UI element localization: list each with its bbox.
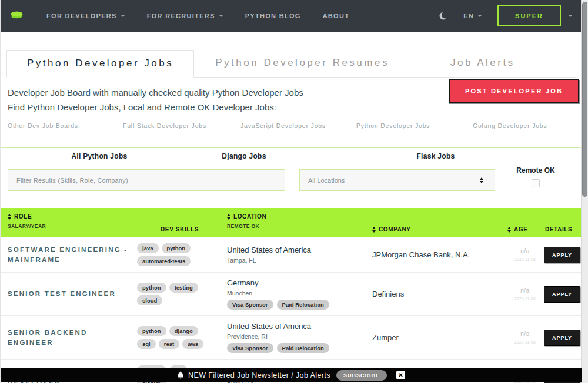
moon-icon[interactable] [439, 11, 448, 21]
nav-for-developers[interactable]: FOR DEVELOPERS [46, 12, 125, 19]
subtab-flask-jobs[interactable]: Flask Jobs [416, 152, 455, 160]
link-fullstack-jobs[interactable]: Full Stack Developer Jobs [123, 122, 240, 129]
user-account-button[interactable]: SUPER [497, 5, 561, 26]
job-role-link[interactable]: SENIOR BACKEND ENGINEER [8, 328, 137, 348]
skill-badge[interactable]: sql [137, 339, 156, 349]
job-location: United States of America Providence, RI … [222, 322, 366, 353]
close-icon[interactable]: ✕ [396, 371, 405, 379]
page: FOR DEVELOPERS FOR RECRUITERS PYTHON BLO… [0, 0, 588, 383]
nav-python-blog[interactable]: PYTHON BLOG [245, 12, 301, 19]
column-age[interactable]: AGE [507, 226, 543, 233]
perk-badge[interactable]: Paid Relocation [277, 300, 329, 310]
apply-button[interactable]: APPLY [544, 247, 580, 263]
skill-badge[interactable]: python [162, 243, 191, 253]
job-perks: Visa SponsorPaid Relocation [227, 343, 366, 353]
table-header: ROLE SALARY/YEAR DEV SKILLS LOCATION REM… [1, 208, 581, 237]
job-country: United States of America [227, 322, 366, 331]
table-row: SENIOR TEST ENGINEER pythontestingcloud … [1, 273, 581, 316]
main-tabs: Python Developer Jobs Python Developer R… [6, 50, 576, 78]
bell-icon [177, 371, 184, 379]
nav-for-recruiters[interactable]: FOR RECRUITERS [147, 12, 223, 19]
job-age-cell: n/a 2020-11-08 [507, 287, 543, 301]
nav-about[interactable]: ABOUT [323, 12, 350, 19]
perk-badge[interactable]: Visa Sponsor [227, 343, 273, 353]
skill-badge[interactable]: python [137, 283, 166, 293]
caret-down-icon [219, 15, 223, 17]
job-role-link[interactable]: SENIOR TEST ENGINEER [8, 289, 137, 299]
link-javascript-jobs[interactable]: JavaScript Developer Jobs [240, 122, 356, 129]
column-company[interactable]: COMPANY [366, 226, 507, 233]
apply-button[interactable]: APPLY [544, 330, 580, 346]
skill-badge[interactable]: aws [182, 339, 203, 349]
job-company: Definiens [366, 290, 507, 298]
job-date: 2020-11-08 [507, 257, 543, 261]
job-age: n/a [507, 331, 543, 337]
stack-logo-icon[interactable] [9, 9, 25, 22]
job-country: United States of America [227, 246, 366, 254]
sort-icon [227, 214, 230, 220]
column-role[interactable]: ROLE SALARY/YEAR [8, 213, 137, 233]
tab-job-alerts[interactable]: Job Alerts [430, 50, 535, 77]
job-rows: SOFTWARE ENGINEERING - MAINFRAME javapyt… [1, 237, 581, 383]
sort-icon [507, 227, 511, 233]
perk-badge[interactable]: Visa Sponsor [227, 300, 273, 310]
job-category-subtabs: All Python Jobs Django Jobs Flask Jobs [1, 147, 581, 164]
job-city: Tampa, FL [227, 257, 366, 264]
tab-python-developer-jobs[interactable]: Python Developer Jobs [6, 50, 194, 78]
sort-icon [8, 214, 11, 220]
job-age: n/a [507, 287, 543, 294]
scrollbar-thumb[interactable] [582, 2, 587, 197]
skill-badge[interactable]: django [169, 326, 198, 336]
job-city: München [227, 290, 366, 297]
job-company: JPMorgan Chase Bank, N.A. [366, 250, 507, 259]
job-city: Providence, RI [227, 333, 366, 340]
page-scrollbar[interactable] [581, 0, 588, 383]
subtab-django-jobs[interactable]: Django Jobs [222, 152, 266, 160]
skill-badge[interactable]: automated-tests [137, 256, 191, 266]
link-golang-jobs[interactable]: Golang Developer Jobs [473, 122, 581, 129]
top-navbar: FOR DEVELOPERS FOR RECRUITERS PYTHON BLO… [1, 0, 581, 32]
filter-row: All Locations Remote OK [1, 164, 581, 202]
skill-badge[interactable]: rest [159, 339, 179, 349]
job-perks: Visa SponsorPaid Relocation [227, 300, 366, 310]
skill-badge[interactable]: cloud [137, 295, 162, 305]
job-skills: javapythonautomated-tests [137, 243, 222, 266]
other-boards-row: Other Dev Job Boards: Full Stack Develop… [1, 116, 581, 129]
job-age-cell: n/a 2020-11-08 [507, 248, 543, 261]
skill-badge[interactable]: python [137, 326, 166, 336]
perk-badge[interactable]: Paid Relocation [277, 343, 329, 353]
column-location[interactable]: LOCATION REMOTE OK [222, 213, 366, 233]
remote-ok-label: Remote OK [506, 166, 565, 174]
caret-down-icon [477, 15, 482, 17]
job-country: Germany [227, 278, 366, 287]
subtab-all-python-jobs[interactable]: All Python Jobs [71, 152, 127, 160]
language-selector[interactable]: EN [463, 12, 482, 19]
table-row: SENIOR BACKEND ENGINEER pythondjangosqlr… [1, 316, 581, 360]
column-details: DETAILS [543, 226, 582, 233]
column-dev-skills: DEV SKILLS [137, 226, 222, 233]
subscribe-button[interactable]: SUBSCRIBE [336, 370, 387, 381]
job-age-cell: n/a 2020-11-08 [507, 331, 543, 344]
link-python-jobs[interactable]: Python Developer Jobs [356, 122, 473, 129]
location-select[interactable]: All Locations [299, 169, 495, 191]
sort-icon [372, 227, 376, 233]
remote-ok-checkbox[interactable] [532, 179, 540, 187]
job-location: United States of America Tampa, FL [222, 246, 366, 264]
skill-badge[interactable]: java [137, 243, 159, 253]
tab-python-developer-resumes[interactable]: Python Developer Resumes [195, 50, 409, 77]
job-date: 2020-11-08 [507, 297, 543, 301]
job-role-link[interactable]: SOFTWARE ENGINEERING - MAINFRAME [8, 245, 137, 265]
job-location: Germany München Visa SponsorPaid Relocat… [222, 278, 366, 310]
job-company: Zumper [366, 333, 507, 342]
filter-results-input[interactable] [8, 169, 285, 191]
skill-badge[interactable]: testing [169, 283, 198, 293]
user-menu-caret-icon[interactable] [568, 15, 573, 17]
job-date: 2020-11-08 [507, 340, 543, 344]
newsletter-bar: NEW Filtered Job Newsletter / Job Alerts… [1, 368, 582, 382]
apply-button[interactable]: APPLY [544, 286, 580, 303]
caret-down-icon [121, 15, 125, 17]
newsletter-text: NEW Filtered Job Newsletter / Job Alerts [188, 371, 330, 379]
job-skills: pythontestingcloud [137, 283, 222, 305]
post-developer-job-button[interactable]: POST DEVELOPER JOB [449, 79, 579, 103]
job-age: n/a [507, 248, 543, 254]
